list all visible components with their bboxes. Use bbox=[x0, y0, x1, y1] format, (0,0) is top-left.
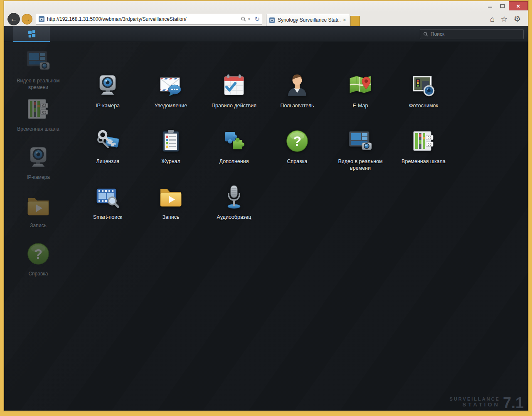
help-icon bbox=[284, 128, 310, 154]
smart-search-icon bbox=[94, 183, 121, 210]
main-menu-button[interactable] bbox=[13, 26, 50, 42]
app-tile-timeline[interactable]: Временная шкала bbox=[392, 125, 455, 181]
minimize-icon bbox=[488, 7, 492, 7]
tab-title: Synology Surveillance Stati... bbox=[278, 17, 340, 23]
minimize-button[interactable] bbox=[484, 1, 496, 10]
app-label: Правило действия bbox=[212, 102, 256, 109]
app-label: Дополнения bbox=[219, 158, 249, 165]
app-label: E-Map bbox=[353, 102, 368, 109]
log-icon bbox=[158, 128, 184, 154]
app-label: Аудиообразец bbox=[217, 214, 251, 220]
app-tile-emap[interactable]: E-Map bbox=[329, 69, 392, 125]
tab-favicon bbox=[269, 17, 275, 23]
close-button[interactable]: × bbox=[509, 1, 528, 10]
ip-camera-icon bbox=[94, 72, 121, 99]
browser-actions: ⌂ ☆ ⚙ bbox=[490, 15, 525, 23]
timeline-icon bbox=[410, 128, 437, 154]
app-label: Пользователь bbox=[280, 102, 314, 109]
shortcut-label: Видео в реальном времени bbox=[9, 77, 67, 91]
app-label: Справка bbox=[287, 158, 307, 165]
browser-window: × ← → ▾ ↻ Synology Surveillance Stati...… bbox=[4, 1, 528, 411]
help-icon bbox=[25, 240, 52, 267]
app-tile-user[interactable]: Пользователь bbox=[266, 69, 329, 125]
watermark-version: 7.1 bbox=[503, 396, 524, 410]
app-search-box[interactable] bbox=[420, 29, 524, 39]
back-button[interactable]: ← bbox=[7, 13, 20, 25]
browser-navbar: ← → ▾ ↻ Synology Surveillance Stati... ×… bbox=[4, 12, 528, 26]
refresh-button[interactable]: ↻ bbox=[254, 15, 260, 23]
forward-arrow-icon: → bbox=[24, 15, 30, 22]
ip-camera-icon bbox=[25, 144, 52, 171]
app-taskbar bbox=[4, 26, 528, 42]
app-tile-action-rule[interactable]: Правило действия bbox=[202, 69, 266, 125]
shortcut-label: Запись bbox=[30, 222, 46, 229]
product-watermark: SURVEILLANCE STATION 7.1 bbox=[450, 396, 524, 410]
app-label: Журнал bbox=[161, 158, 180, 165]
app-tile-log[interactable]: Журнал bbox=[139, 125, 202, 181]
app-grid: IP-камера Уведомление Правило действия П… bbox=[76, 69, 455, 237]
address-bar[interactable]: ▾ ↻ bbox=[36, 14, 262, 25]
app-desktop: Видео в реальном времени Временная шкала… bbox=[4, 42, 528, 411]
maximize-icon bbox=[500, 4, 505, 8]
notification-icon bbox=[158, 72, 184, 99]
app-label: Лицензия bbox=[96, 158, 119, 165]
emap-icon bbox=[347, 72, 374, 99]
address-input[interactable] bbox=[47, 16, 239, 22]
watermark-line2: STATION bbox=[450, 402, 500, 408]
desktop-shortcut-live-view[interactable]: Видео в реальном времени bbox=[7, 47, 69, 96]
app-label: Временная шкала bbox=[401, 158, 446, 165]
address-search-button[interactable] bbox=[241, 16, 246, 22]
app-label: Фотоснимок bbox=[409, 102, 438, 109]
addons-icon bbox=[221, 128, 247, 154]
app-label: Видео в реальном времени bbox=[330, 158, 391, 172]
close-icon: × bbox=[517, 3, 520, 9]
snapshot-icon bbox=[410, 72, 437, 99]
shortcut-label: IP-камера bbox=[27, 174, 50, 181]
app-tile-recording[interactable]: Запись bbox=[139, 181, 202, 237]
home-button[interactable]: ⌂ bbox=[490, 15, 495, 23]
favorites-button[interactable]: ☆ bbox=[501, 15, 507, 23]
shortcut-label: Справка bbox=[28, 270, 48, 277]
apps-grid-icon bbox=[27, 29, 36, 38]
live-view-icon bbox=[347, 128, 374, 154]
user-icon bbox=[284, 72, 310, 99]
forward-button[interactable]: → bbox=[22, 14, 32, 25]
page-content: Видео в реальном времени Временная шкала… bbox=[4, 26, 528, 411]
app-tile-addons[interactable]: Дополнения bbox=[202, 125, 266, 181]
tab-close-button[interactable]: × bbox=[343, 17, 346, 23]
browser-tab-active[interactable]: Synology Surveillance Stati... × bbox=[266, 14, 349, 26]
app-tile-license[interactable]: Лицензия bbox=[76, 125, 139, 181]
address-dropdown-button[interactable]: ▾ bbox=[248, 17, 250, 21]
app-tile-live-view[interactable]: Видео в реальном времени bbox=[329, 125, 392, 181]
app-label: Уведомление bbox=[155, 102, 187, 109]
desktop-shortcut-recording[interactable]: Запись bbox=[7, 192, 69, 240]
action-rule-icon bbox=[221, 72, 247, 99]
live-view-icon bbox=[25, 47, 52, 74]
desktop-shortcut-timeline[interactable]: Временная шкала bbox=[7, 96, 69, 144]
app-tile-audio-pattern[interactable]: Аудиообразец bbox=[202, 181, 266, 237]
app-search-input[interactable] bbox=[431, 31, 520, 37]
desktop-shortcut-ip-camera[interactable]: IP-камера bbox=[7, 144, 69, 192]
search-icon bbox=[423, 32, 428, 37]
page-favicon bbox=[38, 16, 45, 22]
address-divider bbox=[252, 15, 252, 23]
settings-button[interactable]: ⚙ bbox=[514, 15, 521, 23]
shortcut-label: Временная шкала bbox=[17, 126, 59, 132]
app-tile-help[interactable]: Справка bbox=[266, 125, 329, 181]
timeline-icon bbox=[25, 96, 52, 122]
desktop-shortcut-help[interactable]: Справка bbox=[7, 240, 69, 289]
maximize-button[interactable] bbox=[496, 1, 509, 10]
audio-pattern-icon bbox=[221, 183, 247, 210]
recording-icon bbox=[25, 192, 52, 219]
app-tile-snapshot[interactable]: Фотоснимок bbox=[392, 69, 455, 125]
app-label: IP-камера bbox=[96, 102, 120, 109]
browser-titlebar[interactable]: × bbox=[4, 1, 528, 12]
app-tile-notification[interactable]: Уведомление bbox=[139, 69, 202, 125]
app-label: Запись bbox=[162, 214, 179, 220]
new-tab-button[interactable] bbox=[350, 16, 360, 26]
app-tile-smart-search[interactable]: Smart-поиск bbox=[76, 181, 139, 237]
search-icon bbox=[241, 16, 246, 22]
window-controls: × bbox=[484, 1, 528, 10]
app-tile-ip-camera[interactable]: IP-камера bbox=[76, 69, 139, 125]
app-label: Smart-поиск bbox=[93, 214, 122, 220]
